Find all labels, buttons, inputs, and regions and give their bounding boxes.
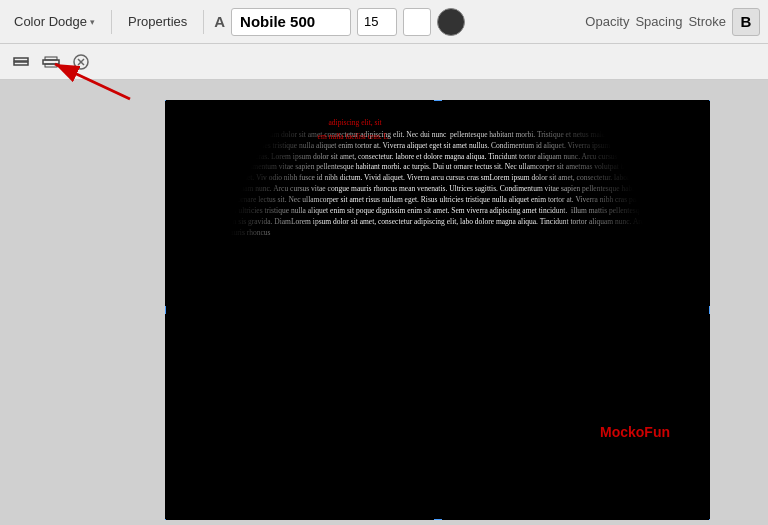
text-portrait: adipiscing elit, sit em nulla facilisi c…: [165, 100, 710, 520]
svg-rect-3: [45, 57, 57, 60]
svg-rect-4: [45, 64, 57, 67]
separator-2: [203, 10, 204, 34]
color-swatch-white[interactable]: [403, 8, 431, 36]
stroke-label[interactable]: Stroke: [688, 14, 726, 29]
blend-mode-label: Color Dodge: [14, 14, 87, 29]
font-size-value: 15: [364, 14, 378, 29]
svg-rect-0: [14, 58, 28, 61]
watermark-text: MockoFun: [600, 424, 670, 440]
bold-button[interactable]: B: [732, 8, 760, 36]
layers-toolbar: [0, 44, 768, 80]
color-swatch-dark[interactable]: [437, 8, 465, 36]
svg-rect-2: [43, 60, 59, 64]
close-icon[interactable]: [70, 51, 92, 73]
font-name-selector[interactable]: Nobile 500: [231, 8, 351, 36]
watermark: MockoFun: [600, 424, 670, 440]
canvas-area: adipiscing elit, sit em nulla facilisi c…: [0, 80, 768, 525]
spacing-label[interactable]: Spacing: [635, 14, 682, 29]
opacity-label[interactable]: Opacity: [585, 14, 629, 29]
font-size-input[interactable]: 15: [357, 8, 397, 36]
stack-icon[interactable]: [40, 51, 62, 73]
font-name-value: Nobile 500: [240, 13, 315, 30]
properties-label: Properties: [128, 14, 187, 29]
properties-button[interactable]: Properties: [122, 11, 193, 32]
font-icon: A: [214, 13, 225, 30]
blend-mode-arrow: ▾: [90, 17, 95, 27]
separator-1: [111, 10, 112, 34]
blend-mode-dropdown[interactable]: Color Dodge ▾: [8, 11, 101, 32]
portrait-text: adipiscing elit, sit em nulla facilisi c…: [173, 119, 703, 237]
portrait-container[interactable]: adipiscing elit, sit em nulla facilisi c…: [165, 100, 710, 520]
svg-rect-1: [14, 62, 28, 65]
layers-icon[interactable]: [10, 51, 32, 73]
top-toolbar: Color Dodge ▾ Properties A Nobile 500 15…: [0, 0, 768, 44]
bold-icon: B: [741, 13, 752, 30]
